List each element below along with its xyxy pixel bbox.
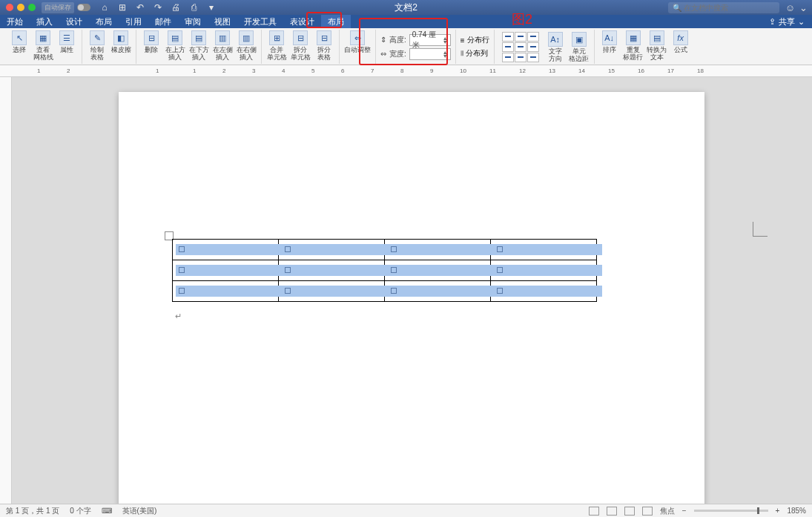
zoom-in-button[interactable]: + [776,507,780,515]
align-tr[interactable] [527,32,539,42]
insert-left-button[interactable]: ▥在左侧 插入 [212,30,233,61]
table[interactable] [172,239,597,302]
table-cell[interactable] [491,260,597,281]
save2-icon[interactable]: ⎙ [188,2,199,13]
draw-table-button[interactable]: ✎绘制 表格 [87,30,108,61]
table-cell[interactable] [491,281,597,302]
sort-button[interactable]: A↓排序 [599,30,620,53]
height-field[interactable]: 0.74 厘米▲▼ [409,34,451,46]
tab-table-design[interactable]: 表设计 [283,15,321,28]
align-bl[interactable] [502,53,514,62]
table-row[interactable] [173,240,597,260]
align-tl[interactable] [502,32,514,42]
redo-icon[interactable]: ↷ [153,2,163,13]
table-cell[interactable] [279,240,385,260]
tab-mailings[interactable]: 邮件 [148,15,178,28]
tab-references[interactable]: 引用 [119,15,148,28]
maximize-window-button[interactable] [28,4,36,11]
view-print-icon[interactable] [607,507,617,516]
share-button[interactable]: ⇪ 共享 ⌄ [762,15,812,28]
width-arrows-icon: ⇔ [380,50,386,58]
table-cell[interactable] [385,260,491,281]
table-cell[interactable] [491,240,597,260]
zoom-out-button[interactable]: − [682,507,687,515]
view-outline-icon[interactable] [642,507,653,516]
table-row[interactable] [173,281,597,302]
convert-text-button[interactable]: ▤转换为 文本 [647,30,667,61]
spellcheck-icon[interactable]: ⌨ [102,507,112,515]
qat-more-icon[interactable]: ▾ [206,2,217,13]
repeat-header-button[interactable]: ▦重复 标题行 [623,30,644,61]
save-icon[interactable]: ⊞ [117,2,128,13]
horizontal-ruler[interactable]: 1 2 1 1 2 3 4 5 6 7 8 9 10 11 12 13 14 1… [0,65,812,77]
eraser-button[interactable]: ◧橡皮擦 [110,30,131,53]
minimize-window-button[interactable] [17,4,24,11]
table-cell[interactable] [279,281,385,302]
table-cell[interactable] [385,240,491,260]
vertical-ruler[interactable] [0,77,12,504]
tab-insert[interactable]: 插入 [30,15,59,28]
paragraph-mark: ↵ [175,312,182,321]
align-bc[interactable] [515,53,527,62]
view-read-icon[interactable] [589,507,599,516]
distribute-cols-button[interactable]: ⦀分布列 [461,48,488,59]
search-box[interactable]: 🔍 [668,2,779,13]
align-tc[interactable] [515,32,527,42]
share-chevron-icon: ⌄ [798,17,805,27]
view-gridlines-button[interactable]: ▦查看 网格线 [33,30,53,61]
focus-mode[interactable]: 焦点 [660,506,675,516]
insert-above-button[interactable]: ▤在上方 插入 [165,30,185,61]
insert-right-button[interactable]: ▥在右侧 插入 [236,30,257,61]
options-chevron-icon[interactable]: ⌄ [799,2,808,13]
tab-home[interactable]: 开始 [0,15,30,28]
autofit-button[interactable]: ⇔自动调整 [344,30,371,53]
height-spinner[interactable]: ▲▼ [443,36,448,44]
tab-review[interactable]: 审阅 [178,15,208,28]
quick-access-toolbar: ⌂ ⊞ ↶ ↷ 🖨 ⎙ ▾ [99,2,217,13]
feedback-icon[interactable]: ☺ [785,2,795,13]
autosave-toggle[interactable] [77,4,90,11]
word-count[interactable]: 0 个字 [70,506,90,516]
zoom-slider[interactable] [694,510,768,512]
table-cell[interactable] [173,260,279,281]
table-cell[interactable] [385,281,491,302]
delete-button[interactable]: ⊟删除 [141,30,162,53]
align-br[interactable] [527,53,539,62]
align-mr[interactable] [527,42,539,52]
insert-right-icon: ▥ [239,30,254,45]
formula-button[interactable]: fx公式 [670,30,691,53]
tab-design[interactable]: 设计 [59,15,89,28]
width-spinner[interactable]: ▲▼ [443,50,448,58]
select-button[interactable]: ↖选择 [9,30,30,53]
table-row[interactable] [173,260,597,281]
zoom-level[interactable]: 185% [787,507,806,515]
tab-table-layout[interactable]: 布局 [321,15,351,28]
distribute-rows-button[interactable]: ≡分布行 [461,35,489,45]
undo-icon[interactable]: ↶ [135,2,145,13]
cell-margins-button[interactable]: ▣单元 格边距 [569,31,590,62]
width-field[interactable]: ▲▼ [409,48,451,60]
insert-below-button[interactable]: ▤在下方 插入 [188,30,209,61]
align-mc[interactable] [515,42,527,52]
search-icon: 🔍 [673,4,681,12]
align-ml[interactable] [502,42,514,52]
document-area[interactable]: ↵ [0,77,812,504]
tab-developer[interactable]: 开发工具 [237,15,283,28]
print-icon[interactable]: 🖨 [171,2,181,13]
table-cell[interactable] [173,281,279,302]
tab-view[interactable]: 视图 [208,15,237,28]
page-count[interactable]: 第 1 页，共 1 页 [6,506,59,516]
view-web-icon[interactable] [624,507,635,516]
text-direction-button[interactable]: A↕文字 方向 [545,31,566,62]
split-table-button[interactable]: ⊟拆分 表格 [314,30,334,61]
merge-cells-button[interactable]: ⊞合并 单元格 [266,30,287,61]
language-status[interactable]: 英语(美国) [122,506,157,516]
split-cells-button[interactable]: ⊟拆分 单元格 [290,30,311,61]
table-cell[interactable] [279,260,385,281]
home-icon[interactable]: ⌂ [99,2,110,13]
table-cell[interactable] [173,240,279,260]
search-input[interactable] [684,4,775,12]
properties-button[interactable]: ☰属性 [56,30,77,53]
tab-layout[interactable]: 布局 [89,15,119,28]
close-window-button[interactable] [6,4,13,11]
